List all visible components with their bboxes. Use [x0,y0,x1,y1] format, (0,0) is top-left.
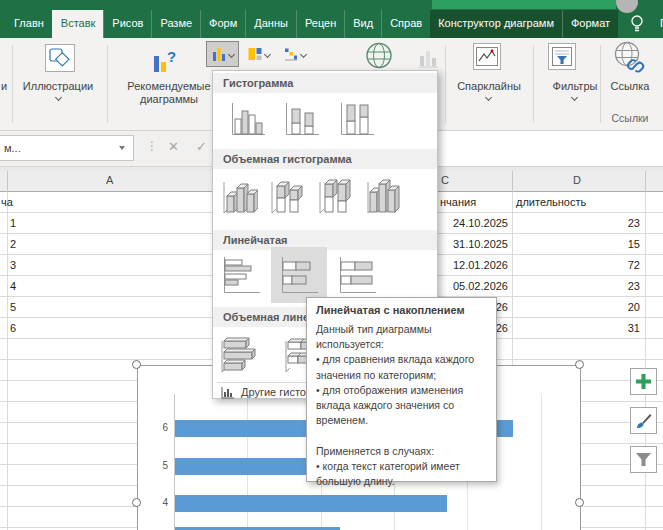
recommended-charts-button[interactable]: Рекомендуемые [110,80,228,92]
funnel-icon [634,450,653,469]
menu-item-stacked-column[interactable] [277,95,323,143]
insert-waterfall-chart-button[interactable] [278,41,311,67]
menu-item-clustered-column[interactable] [223,95,269,143]
svg-text:?: ? [167,48,176,65]
insert-column-chart-button[interactable] [206,41,239,67]
mini-histogram-icon [221,386,235,399]
group-divider [445,45,446,123]
menu-section-histogram: Гистограмма [213,73,437,93]
gridline [7,192,8,530]
filters-icon [548,43,576,70]
excel-window: Главн Вставк Рисов Разме Форм Данны Реце… [0,0,663,530]
tab-page-layout[interactable]: Разме [151,10,200,38]
tab-draw[interactable]: Рисов [103,10,151,38]
chart-category-label: 6 [148,422,168,433]
tab-view[interactable]: Вид [344,10,381,38]
chart-gridline [541,394,542,530]
menu-item-3d-clustered-bar[interactable] [215,329,261,379]
tooltip-body: Данный тип диаграммы используется: • для… [316,322,487,489]
recommended-charts-icon: ? [152,48,180,78]
group-divider [107,45,108,123]
group-divider [533,45,534,123]
cell-d6[interactable]: 20 [530,297,640,318]
cancel-formula-icon[interactable]: ✕ [168,139,179,154]
cell-d7[interactable]: 31 [530,318,640,339]
chevron-down-icon [299,50,306,57]
chevron-down-icon [485,94,492,101]
column-header-c[interactable]: C [441,174,449,186]
name-box-dropdown-icon[interactable] [119,146,125,150]
cell-a2[interactable]: 1 [10,213,16,234]
cell-a3[interactable]: 2 [10,234,16,255]
tooltip-stacked-bar: Линейчатая с накоплением Данный тип диаг… [306,297,497,482]
illustrations-icon[interactable] [45,44,75,72]
chart-handle-mid-left[interactable] [132,498,141,507]
menu-item-3d-stacked-column[interactable] [265,171,307,221]
chevron-down-icon [55,94,62,101]
tab-home[interactable]: Главн [6,10,52,38]
gridline [645,192,646,530]
tab-chart-format[interactable]: Формат [562,10,618,38]
chart-bar-category-4[interactable] [175,495,447,512]
chart-handle-top-left[interactable] [132,360,141,369]
name-box-value: м... [4,142,21,154]
tab-data[interactable]: Данны [245,10,296,38]
lightbulb-icon[interactable] [630,10,644,38]
menu-item-stacked-bar[interactable] [275,253,323,297]
recommended-charts-button-line2: диаграммы [110,93,228,105]
column-header-a[interactable]: A [106,174,113,186]
chevron-down-icon [571,94,578,101]
enter-formula-icon[interactable]: ✓ [196,139,207,154]
chart-category-label: 5 [148,460,168,471]
chart-handle-top-right[interactable] [575,360,584,369]
tab-chart-design[interactable]: Конструктор диаграмм [430,10,562,38]
ribbon-tabs: Главн Вставк Рисов Разме Форм Данны Реце… [0,10,663,38]
column-separator [645,171,646,192]
cell-a4[interactable]: 3 [10,255,16,276]
cell-d2[interactable]: 23 [530,213,640,234]
tab-formulas[interactable]: Форм [200,10,245,38]
chevron-down-icon [263,50,270,57]
cell-d4[interactable]: 72 [530,255,640,276]
sparklines-button[interactable]: Спарклайны [447,80,531,92]
cell-d5[interactable]: 23 [530,276,640,297]
chart-styles-button[interactable] [630,407,657,434]
menu-item-100-stacked-column[interactable] [332,95,378,143]
cell-a5[interactable]: 4 [10,276,16,297]
chart-handle-mid-right[interactable] [575,498,584,507]
drag-dots-icon: ⋮ [146,139,158,153]
cell-a1[interactable]: ча [1,192,13,213]
tab-review[interactable]: Рецен [296,10,344,38]
name-box[interactable]: м... [0,135,134,161]
tab-helper[interactable]: Помощн [652,10,663,38]
contextual-tab-group: Конструктор диаграмм Формат [430,10,618,38]
column-header-d[interactable]: D [573,174,581,186]
column-separator [7,171,8,192]
paintbrush-icon [634,411,653,430]
ribbon-tab-bar: Главн Вставк Рисов Разме Форм Данны Реце… [0,0,663,38]
cell-d1[interactable]: длительность [516,192,586,213]
menu-item-3d-column[interactable] [361,171,403,221]
tab-insert[interactable]: Вставк [52,10,104,38]
tab-help-ref[interactable]: Справ [381,10,430,38]
menu-item-3d-100-stacked-column[interactable] [313,171,355,221]
illustrations-button[interactable]: Иллюстрации [12,80,104,92]
cell-d3[interactable]: 15 [530,234,640,255]
chart-elements-button[interactable] [630,368,657,395]
tooltip-title: Линейчатая с накоплением [316,304,487,316]
chart-filters-button[interactable] [630,446,657,473]
cell-a7[interactable]: 6 [10,318,16,339]
menu-item-100-stacked-bar[interactable] [333,253,381,297]
insert-hierarchy-chart-button[interactable] [242,41,275,67]
link-icon [612,41,648,77]
links-group-label: Ссылки [604,112,656,124]
menu-item-3d-clustered-column[interactable] [217,171,259,221]
cell-a6[interactable]: 5 [10,297,16,318]
chevron-down-icon [227,50,234,57]
menu-section-3d-histogram: Объемная гистограмма [213,149,437,169]
cell-c1[interactable]: нчания [440,192,476,213]
link-button[interactable]: Ссылка [604,80,656,92]
filters-button[interactable]: Фильтры [535,80,615,92]
menu-item-clustered-bar[interactable] [217,253,265,297]
clipped-label-fragment: и [1,80,7,92]
